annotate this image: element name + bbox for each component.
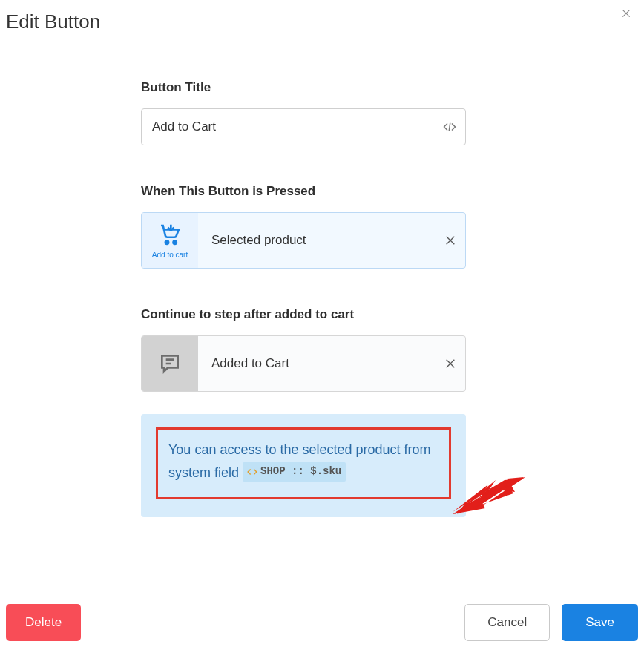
remove-action-icon[interactable]	[436, 213, 465, 268]
info-text: You can access to the selected product f…	[168, 442, 431, 480]
save-button[interactable]: Save	[562, 604, 638, 641]
cancel-button[interactable]: Cancel	[464, 604, 550, 641]
close-icon[interactable]	[617, 4, 635, 22]
code-toggle-icon[interactable]	[441, 119, 458, 135]
continue-step-section: Continue to step after added to cart Add…	[141, 307, 466, 517]
when-pressed-label: When This Button is Pressed	[141, 184, 466, 199]
svg-point-3	[165, 240, 168, 243]
info-callout: You can access to the selected product f…	[141, 414, 466, 517]
continue-step-label: Continue to step after added to cart	[141, 307, 466, 322]
edit-button-modal: Edit Button Button Title When This Butto…	[0, 0, 644, 647]
continue-step-icon-cell	[142, 336, 198, 391]
cart-download-icon	[158, 223, 182, 246]
svg-point-4	[174, 240, 177, 243]
action-text: Selected product	[198, 213, 436, 268]
message-icon	[158, 352, 182, 375]
button-title-input-shell	[141, 108, 466, 145]
system-field-token: SHOP :: $.sku	[243, 462, 346, 482]
remove-step-icon[interactable]	[436, 336, 465, 391]
button-title-input[interactable]	[142, 109, 465, 145]
continue-step-text: Added to Cart	[198, 336, 436, 391]
button-title-label: Button Title	[141, 80, 466, 95]
system-field-token-text: SHOP :: $.sku	[260, 463, 341, 481]
add-to-cart-action-icon-cell: Add to cart	[142, 213, 198, 268]
continue-step-row[interactable]: Added to Cart	[141, 335, 466, 392]
when-pressed-section: When This Button is Pressed Add to cart …	[141, 184, 466, 269]
button-title-field: Button Title	[141, 80, 466, 145]
action-row[interactable]: Add to cart Selected product	[141, 212, 466, 269]
code-bracket-icon	[247, 467, 257, 477]
info-callout-highlight: You can access to the selected product f…	[156, 427, 451, 499]
svg-line-2	[449, 123, 450, 131]
modal-footer: Delete Cancel Save	[0, 604, 644, 641]
form-column: Button Title When This Button is Pressed	[141, 80, 466, 517]
action-icon-caption: Add to cart	[152, 251, 188, 259]
modal-title: Edit Button	[6, 10, 100, 33]
delete-button[interactable]: Delete	[6, 604, 81, 641]
